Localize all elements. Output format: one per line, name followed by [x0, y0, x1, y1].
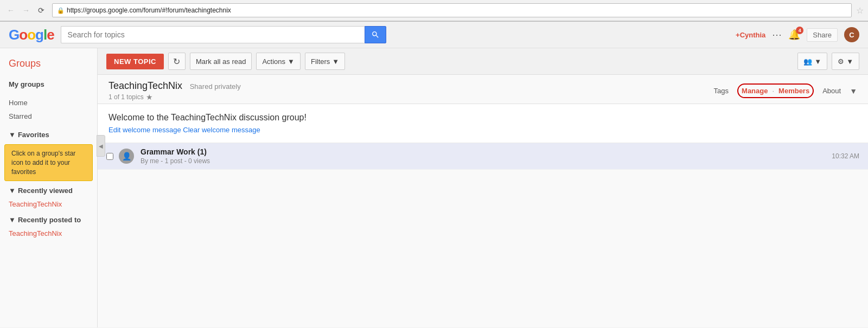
- favorite-star-icon[interactable]: ★: [146, 93, 153, 101]
- lock-icon: 🔒: [57, 7, 65, 14]
- topic-meta: By me - 1 post - 0 views: [141, 157, 832, 165]
- gear-icon: ⚙: [838, 57, 844, 66]
- favorites-section: ▼ Favorites Click on a group's star icon…: [0, 127, 97, 181]
- expand-icon[interactable]: ▼: [850, 87, 857, 95]
- url-text: https://groups.google.com/forum/#!forum/…: [67, 7, 231, 14]
- tags-link[interactable]: Tags: [714, 87, 729, 95]
- actions-chevron-icon: ▼: [288, 57, 295, 66]
- edit-welcome-link[interactable]: Edit welcome message: [108, 126, 181, 134]
- sidebar: Groups My groups Home Starred ▼ Favorite…: [0, 48, 98, 327]
- welcome-section: Welcome to the TeachingTechNix discussio…: [98, 104, 868, 143]
- notification-badge: 4: [796, 27, 803, 34]
- recently-viewed-header[interactable]: ▼ Recently viewed: [0, 183, 97, 198]
- settings-chevron-icon: ▼: [846, 57, 853, 66]
- favorites-tooltip: Click on a group's star icon to add it t…: [4, 144, 93, 181]
- apps-icon[interactable]: ⋯: [772, 29, 782, 41]
- sidebar-item-home[interactable]: Home: [0, 96, 97, 110]
- filters-button[interactable]: Filters ▼: [305, 53, 345, 70]
- recently-viewed-item[interactable]: TeachingTechNix: [0, 198, 97, 210]
- google-header: Google +Cynthia ⋯ 🔔 4 Share C: [0, 22, 868, 48]
- group-shared-label: Shared privately: [190, 82, 241, 91]
- recently-posted-item[interactable]: TeachingTechNix: [0, 227, 97, 240]
- clear-welcome-link[interactable]: Clear welcome message: [183, 126, 260, 134]
- search-button[interactable]: [365, 26, 386, 43]
- members-link[interactable]: Members: [778, 87, 809, 95]
- forward-button[interactable]: →: [20, 4, 33, 17]
- relative-wrap: Groups My groups Home Starred ▼ Favorite…: [0, 48, 868, 327]
- address-bar[interactable]: 🔒 https://groups.google.com/forum/#!foru…: [52, 3, 852, 17]
- mark-all-read-button[interactable]: Mark all as read: [190, 53, 252, 70]
- filters-chevron-icon: ▼: [332, 57, 339, 66]
- browser-chrome: ← → ⟳ 🔒 https://groups.google.com/forum/…: [0, 0, 868, 22]
- topics-area: 👤 Grammar Work (1) By me - 1 post - 0 vi…: [98, 143, 868, 170]
- app-title[interactable]: Groups: [0, 55, 97, 73]
- app-layout: Groups My groups Home Starred ▼ Favorite…: [0, 48, 868, 327]
- table-row[interactable]: 👤 Grammar Work (1) By me - 1 post - 0 vi…: [98, 143, 868, 170]
- bookmark-star-icon[interactable]: ☆: [856, 5, 864, 16]
- main-toolbar: NEW TOPIC ↻ Mark all as read Actions ▼ F…: [98, 48, 868, 75]
- search-container: [61, 26, 386, 43]
- google-logo: Google: [9, 27, 54, 43]
- group-name: TeachingTechNix: [108, 80, 182, 91]
- people-icon: 👥: [803, 57, 812, 66]
- welcome-title: Welcome to the TeachingTechNix discussio…: [108, 113, 857, 123]
- search-icon: [371, 30, 380, 39]
- reload-button[interactable]: ⟳: [35, 4, 48, 17]
- topic-time: 10:32 AM: [832, 152, 859, 160]
- header-right: +Cynthia ⋯ 🔔 4 Share C: [736, 27, 859, 42]
- main-content: NEW TOPIC ↻ Mark all as read Actions ▼ F…: [98, 48, 868, 327]
- group-header: TeachingTechNix Shared privately 1 of 1 …: [98, 75, 868, 104]
- sidebar-item-starred[interactable]: Starred: [0, 110, 97, 123]
- manage-members-circle: Manage·Members: [737, 83, 814, 98]
- recently-posted-section: ▼ Recently posted to TeachingTechNix: [0, 213, 97, 240]
- notification-button[interactable]: 🔔 4: [788, 29, 800, 41]
- refresh-button[interactable]: ↻: [168, 53, 186, 70]
- settings-button[interactable]: ⚙ ▼: [832, 53, 859, 70]
- toolbar-right: 👥 ▼ ⚙ ▼: [797, 53, 859, 70]
- people-button[interactable]: 👥 ▼: [797, 53, 827, 70]
- my-groups-section: My groups: [0, 77, 97, 92]
- user-profile-link[interactable]: +Cynthia: [736, 31, 765, 39]
- new-topic-button[interactable]: NEW TOPIC: [106, 54, 164, 69]
- topic-info: Grammar Work (1) By me - 1 post - 0 view…: [141, 147, 832, 165]
- group-name-area: TeachingTechNix Shared privately 1 of 1 …: [108, 80, 714, 101]
- group-nav: Tags Manage·Members About ▼: [714, 83, 857, 98]
- group-count: 1 of 1 topics ★: [108, 93, 714, 101]
- nav-section: Home Starred: [0, 96, 97, 123]
- actions-button[interactable]: Actions ▼: [256, 53, 301, 70]
- avatar[interactable]: C: [844, 27, 859, 42]
- manage-link[interactable]: Manage: [742, 87, 768, 95]
- topic-title: Grammar Work (1): [141, 147, 832, 156]
- share-button[interactable]: Share: [807, 28, 838, 42]
- search-input[interactable]: [61, 26, 365, 43]
- recently-viewed-section: ▼ Recently viewed TeachingTechNix: [0, 183, 97, 210]
- recently-posted-header[interactable]: ▼ Recently posted to: [0, 213, 97, 227]
- nav-buttons: ← → ⟳: [4, 4, 48, 17]
- favorites-header[interactable]: ▼ Favorites: [0, 127, 97, 142]
- topic-checkbox[interactable]: [106, 153, 113, 160]
- sidebar-my-groups-header[interactable]: My groups: [0, 77, 97, 92]
- back-button[interactable]: ←: [4, 4, 17, 17]
- people-chevron-icon: ▼: [814, 57, 821, 66]
- topic-sender-avatar: 👤: [119, 149, 134, 164]
- browser-toolbar: ← → ⟳ 🔒 https://groups.google.com/forum/…: [0, 0, 868, 21]
- sidebar-toggle-button[interactable]: ◀: [97, 135, 105, 157]
- welcome-links: Edit welcome message Clear welcome messa…: [108, 126, 857, 134]
- about-link[interactable]: About: [822, 87, 841, 95]
